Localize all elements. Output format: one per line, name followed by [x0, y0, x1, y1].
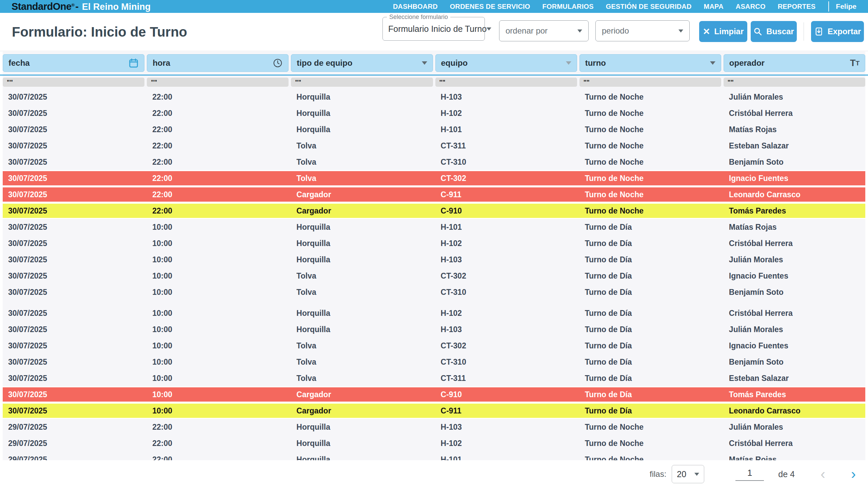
- main-nav: DASHBOARD ORDENES DE SERVICIO FORMULARIO…: [393, 1, 856, 12]
- cell-operador: Julián Morales: [724, 93, 865, 102]
- cell-hora: 10:00: [147, 358, 289, 367]
- cell-turno: Turno de Noche: [579, 174, 721, 183]
- filter-input-equipo[interactable]: [435, 78, 577, 87]
- table-row[interactable]: 29/07/2025 22:00 Horquilla H-103 Turno d…: [3, 419, 865, 435]
- cell-tipo-de-equipo: Cargador: [291, 190, 433, 199]
- search-button[interactable]: Buscar: [751, 21, 797, 42]
- sort-by-select[interactable]: ordenar por: [499, 20, 589, 41]
- table-row[interactable]: 30/07/2025 10:00 Horquilla H-102 Turno d…: [3, 235, 865, 251]
- cell-hora: 10:00: [147, 239, 289, 248]
- cell-fecha: 30/07/2025: [3, 390, 144, 399]
- table-row[interactable]: 30/07/2025 10:00 Horquilla H-103 Turno d…: [3, 321, 865, 338]
- cell-tipo-de-equipo: Tolva: [291, 158, 433, 167]
- cell-hora: 22:00: [147, 109, 289, 118]
- table-row[interactable]: 30/07/2025 22:00 Tolva CT-311 Turno de N…: [3, 138, 865, 154]
- table-row[interactable]: 30/07/2025 10:00 Tolva CT-310 Turno de D…: [3, 284, 865, 300]
- table-row[interactable]: 30/07/2025 10:00 Tolva CT-310 Turno de D…: [3, 354, 865, 370]
- column-header-equipo[interactable]: equipo: [435, 54, 577, 72]
- table-row[interactable]: 30/07/2025 22:00 Cargador C-911 Turno de…: [3, 186, 865, 203]
- cell-equipo: H-103: [435, 93, 577, 102]
- cell-tipo-de-equipo: Horquilla: [291, 109, 433, 118]
- clear-button[interactable]: ✕ Limpiar: [699, 21, 747, 42]
- header-underline: [0, 75, 868, 76]
- column-header-operador[interactable]: operador TT: [724, 54, 865, 72]
- export-button[interactable]: Exportar: [811, 21, 864, 42]
- previous-page-icon[interactable]: ‹: [821, 467, 825, 481]
- column-header-tipo-de-equipo[interactable]: tipo de equipo: [291, 54, 433, 72]
- table-row[interactable]: 30/07/2025 10:00 Horquilla H-102 Turno d…: [3, 305, 865, 321]
- table-row[interactable]: 30/07/2025 10:00 Tolva CT-302 Turno de D…: [3, 268, 865, 284]
- column-label: operador: [729, 58, 765, 68]
- column-label: equipo: [441, 58, 468, 68]
- cell-fecha: 30/07/2025: [3, 206, 144, 216]
- cell-tipo-de-equipo: Cargador: [291, 390, 433, 399]
- period-select[interactable]: periodo: [595, 20, 690, 41]
- user-menu[interactable]: Felipe: [828, 1, 856, 12]
- cell-equipo: H-102: [435, 239, 577, 248]
- brand-logo[interactable]: StandardOne®- El Reino Mining: [12, 1, 151, 12]
- table-row[interactable]: 30/07/2025 22:00 Tolva CT-302 Turno de N…: [3, 170, 865, 186]
- cell-equipo: H-103: [435, 423, 577, 432]
- cell-fecha: 30/07/2025: [3, 93, 144, 102]
- rows-per-page-select[interactable]: 20: [672, 465, 704, 483]
- cell-turno: Turno de Día: [579, 309, 721, 318]
- table-row[interactable]: 30/07/2025 10:00 Horquilla H-103 Turno d…: [3, 251, 865, 268]
- cell-fecha: 30/07/2025: [3, 341, 144, 350]
- column-header-fecha[interactable]: fecha: [3, 54, 144, 72]
- nav-item-ordenes-de-servicio[interactable]: ORDENES DE SERVICIO: [450, 3, 530, 11]
- filter-input-fecha[interactable]: [3, 78, 144, 87]
- cell-operador: Ignacio Fuentes: [724, 271, 865, 281]
- cell-operador: Leonardo Carrasco: [724, 190, 865, 199]
- table-row[interactable]: 30/07/2025 10:00 Cargador C-911 Turno de…: [3, 403, 865, 419]
- results-table: fecha hora: [0, 52, 868, 460]
- cell-equipo: H-103: [435, 325, 577, 334]
- filter-input-hora[interactable]: [147, 78, 289, 87]
- table-row[interactable]: 30/07/2025 10:00 Cargador C-910 Turno de…: [3, 386, 865, 403]
- search-button-label: Buscar: [766, 27, 794, 36]
- cell-equipo: CT-302: [435, 271, 577, 281]
- page-title: Formulario: Inicio de Turno: [12, 24, 187, 40]
- page-number-input[interactable]: [735, 468, 764, 481]
- table-row[interactable]: 30/07/2025 10:00 Horquilla H-101 Turno d…: [3, 219, 865, 235]
- cell-operador: Tomás Paredes: [724, 206, 865, 216]
- table-row[interactable]: 30/07/2025 22:00 Horquilla H-103 Turno d…: [3, 89, 865, 105]
- caret-down-icon: [487, 27, 491, 30]
- cell-equipo: H-101: [435, 125, 577, 134]
- cell-turno: Turno de Noche: [579, 125, 721, 134]
- nav-item-asarco[interactable]: ASARCO: [736, 3, 766, 11]
- table-row[interactable]: 30/07/2025 22:00 Cargador C-910 Turno de…: [3, 203, 865, 219]
- cell-fecha: 30/07/2025: [3, 174, 144, 183]
- cell-turno: Turno de Día: [579, 325, 721, 334]
- next-page-icon[interactable]: ›: [851, 467, 856, 481]
- cell-tipo-de-equipo: Tolva: [291, 374, 433, 383]
- filter-input-turno[interactable]: [579, 78, 721, 87]
- table-row[interactable]: 30/07/2025 22:00 Horquilla H-101 Turno d…: [3, 121, 865, 138]
- cell-operador: Matías Rojas: [724, 223, 865, 232]
- clear-button-label: Limpiar: [714, 27, 744, 36]
- nav-item-gestion-de-seguridad[interactable]: GESTIÓN DE SEGURIDAD: [606, 3, 692, 11]
- column-header-turno[interactable]: turno: [579, 54, 721, 72]
- filter-input-operador[interactable]: [724, 78, 865, 87]
- form-select[interactable]: Seleccione formulario Formulario Inicio …: [382, 17, 485, 41]
- column-header-hora[interactable]: hora: [147, 54, 289, 72]
- table-row[interactable]: 29/07/2025 22:00 Horquilla H-101 Turno d…: [3, 451, 865, 460]
- cell-operador: Benjamín Soto: [724, 358, 865, 367]
- nav-item-mapa[interactable]: MAPA: [704, 3, 724, 11]
- export-button-label: Exportar: [828, 27, 861, 36]
- cell-fecha: 30/07/2025: [3, 288, 144, 297]
- cell-equipo: H-101: [435, 223, 577, 232]
- cell-turno: Turno de Noche: [579, 109, 721, 118]
- nav-item-reportes[interactable]: REPORTES: [778, 3, 816, 11]
- nav-item-dashboard[interactable]: DASHBOARD: [393, 3, 438, 11]
- cell-tipo-de-equipo: Horquilla: [291, 325, 433, 334]
- cell-operador: Cristóbal Herrera: [724, 309, 865, 318]
- table-row[interactable]: 30/07/2025 22:00 Tolva CT-310 Turno de N…: [3, 154, 865, 170]
- table-row[interactable]: 30/07/2025 10:00 Tolva CT-311 Turno de D…: [3, 370, 865, 386]
- table-row[interactable]: 29/07/2025 22:00 Horquilla H-102 Turno d…: [3, 435, 865, 451]
- filter-input-tipo-de-equipo[interactable]: [291, 78, 433, 87]
- table-row[interactable]: 30/07/2025 10:00 Tolva CT-302 Turno de D…: [3, 338, 865, 354]
- table-row[interactable]: 30/07/2025 22:00 Horquilla H-102 Turno d…: [3, 105, 865, 121]
- cell-fecha: 30/07/2025: [3, 109, 144, 118]
- cell-turno: Turno de Noche: [579, 141, 721, 150]
- nav-item-formularios[interactable]: FORMULARIOS: [542, 3, 594, 11]
